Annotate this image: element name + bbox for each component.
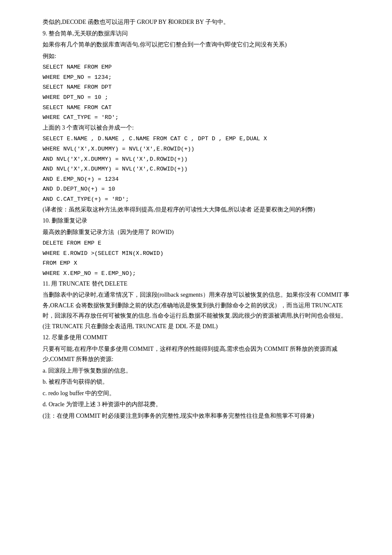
code-from-empx: FROM EMP X: [43, 258, 349, 269]
para-section10-title: 10. 删除重复记录: [43, 216, 349, 226]
code-delete-emp: DELETE FROM EMP E: [43, 238, 349, 249]
para-merge-note: 上面的 3 个查询可以被合并成一个:: [43, 123, 349, 133]
para-section11-desc: 当删除表中的记录时,在通常情况下，回滚段(rollback segments）用…: [43, 290, 349, 332]
para-section12-desc: 只要有可能,在程序中尽量多使用 COMMIT，这样程序的性能得到提高,需求也会因…: [43, 344, 349, 365]
code-nvl-2: AND NVL('X',X.DUMMY) = NVL('X',D.ROWID(+…: [43, 154, 349, 165]
para-section11-title: 11. 用 TRUNCATE 替代 DELETE: [43, 279, 349, 289]
code-select-dpt: SELECT NAME FROM DPT: [43, 82, 349, 92]
code-select-emp: SELECT NAME FROM EMP: [43, 62, 349, 72]
para-final-note: (注：在使用 COMMIT 时必须要注意到事务的完整性,现实中效率和事务完整性往…: [43, 411, 349, 422]
para-item-a: a. 回滚段上用于恢复数据的信息。: [43, 366, 349, 376]
para-translator-note: (译者按：虽然采取这种方法,效率得到提高,但是程序的可读性大大降低,所以读者 还…: [43, 205, 349, 215]
para-item-d: d. Oracle 为管理上述 3 种资源中的内部花费。: [43, 399, 349, 410]
code-nvl-3: AND NVL('X',X.DUMMY) = NVL('X',C.ROWID(+…: [43, 164, 349, 174]
code-and-deptno: AND D.DEPT_NO(+) = 10: [43, 184, 349, 194]
para-decode: 类似的,DECODE 函数也可以运用于 GROUP BY 和ORDER BY 子…: [43, 17, 349, 28]
code-select-combined: SELECT E.NAME , D.NAME , C.NAME FROM CAT…: [43, 134, 349, 144]
code-where-rowid: WHERE E.ROWID >(SELECT MIN(X.ROWID): [43, 249, 349, 259]
para-item-b: b. 被程序语句获得的锁。: [43, 377, 349, 387]
para-example-label: 例如:: [43, 51, 349, 62]
code-and-empno: AND E.EMP_NO(+) = 1234: [43, 174, 349, 185]
code-where-dptno: WHERE DPT_NO = 10 ;: [43, 92, 349, 103]
code-where-cattype: WHERE CAT_TYPE = 'RD';: [43, 113, 349, 123]
main-content: 类似的,DECODE 函数也可以运用于 GROUP BY 和ORDER BY 子…: [43, 17, 349, 421]
para-section10-desc: 最高效的删除重复记录方法（因为使用了 ROWID): [43, 227, 349, 238]
para-section12-title: 12. 尽量多使用 COMMIT: [43, 332, 349, 343]
code-where-empno: WHERE EMP_NO = 1234;: [43, 72, 349, 83]
code-where-xempno: WHERE X.EMP_NO = E.EMP_NO);: [43, 269, 349, 279]
code-and-cattype: AND C.CAT_TYPE(+) = 'RD';: [43, 194, 349, 205]
para-item-c: c. redo log buffer 中的空间。: [43, 388, 349, 399]
para-section9-desc: 如果你有几个简单的数据库查询语句,你可以把它们整合到一个查询中(即使它们之间没有…: [43, 40, 349, 50]
code-select-cat: SELECT NAME FROM CAT: [43, 103, 349, 113]
para-section9-title: 9. 整合简单,无关联的数据库访问: [43, 29, 349, 39]
code-nvl-1: WHERE NVL('X',X.DUMMY) = NVL('X',E.ROWID…: [43, 144, 349, 154]
